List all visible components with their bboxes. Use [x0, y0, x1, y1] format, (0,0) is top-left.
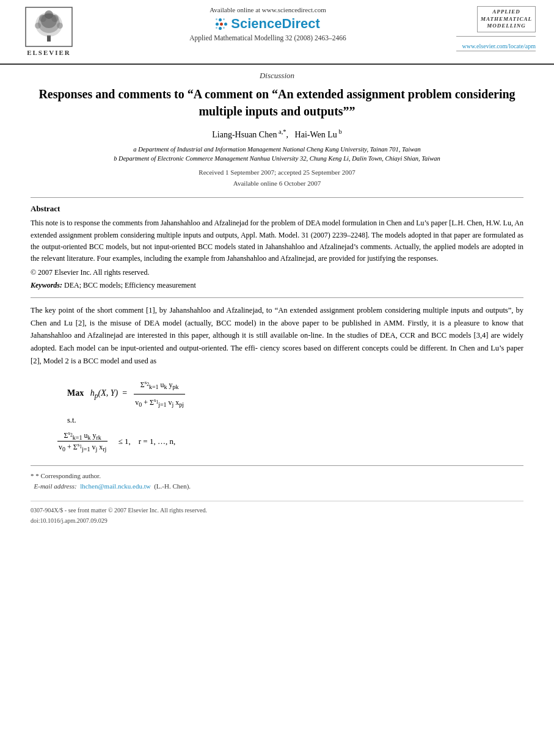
- footnote-star-text: * Corresponding author.: [35, 472, 101, 479]
- body-divider: [31, 297, 523, 298]
- elsevier-label: ELSEVIER: [27, 49, 71, 56]
- sciencedirect-logo: ScienceDirect: [86, 16, 450, 32]
- footer-line-2: doi:10.1016/j.apm.2007.09.029: [31, 515, 523, 526]
- footnote-email-line: E-mail address: lhchen@mail.ncku.edu.tw …: [31, 481, 523, 492]
- keywords-label: Keywords:: [31, 281, 62, 289]
- abstract-title: Abstract: [31, 204, 523, 214]
- email-label: E-mail address:: [34, 482, 77, 490]
- sd-dots-icon: [216, 18, 227, 30]
- author-b-name: Hai-Wen Lu: [295, 130, 337, 139]
- svg-point-6: [57, 23, 63, 29]
- math-constraint-1: Σs2k=1 uk yrk v0 + Σs1j=1 vj xrj ≤ 1, r …: [55, 430, 523, 453]
- elsevier-url: www.elsevier.com/locate/apm: [456, 43, 536, 49]
- keywords-text: DEA; BCC models; Efficiency measurement: [64, 281, 196, 289]
- affiliations: a Department of Industrial and Informati…: [31, 145, 523, 164]
- author-a-sup: a,*: [277, 128, 286, 135]
- constraint-denominator: v0 + Σs1j=1 vj xrj: [57, 442, 108, 453]
- constraint-fraction: Σs2k=1 uk yrk v0 + Σs1j=1 vj xrj: [57, 430, 108, 453]
- available-online-text: Available online at www.sciencedirect.co…: [86, 6, 450, 13]
- journal-logo-text: APPLIED MATHEMATICAL MODELLING: [477, 6, 536, 32]
- footer-line-1: 0307-904X/$ - see front matter © 2007 El…: [31, 505, 523, 515]
- footnote-section: * * Corresponding author. E-mail address…: [31, 465, 523, 492]
- fraction-numerator: Σs2k=1 uk ypk: [139, 377, 180, 393]
- hp-label: hp(X, Y): [90, 388, 118, 398]
- author-a-name: Liang-Hsuan Chen: [212, 130, 277, 139]
- author-b-sup: b: [337, 128, 342, 135]
- footnote-star: * * Corresponding author.: [31, 471, 523, 482]
- page: ELSEVIER Available online at www.science…: [0, 0, 554, 756]
- math-equation-1: Max hp(X, Y) = Σs2k=1 uk ypk v0 + Σs1j=1…: [67, 377, 523, 411]
- journal-name: Applied Mathematical Modelling 32 (2008)…: [86, 34, 450, 42]
- header: ELSEVIER Available online at www.science…: [0, 0, 554, 65]
- max-label: Max: [67, 388, 84, 398]
- body-paragraph-1: The key point of the short comment [1], …: [31, 304, 523, 367]
- email-suffix: (L.-H. Chen).: [154, 482, 191, 490]
- svg-point-9: [45, 10, 53, 19]
- elsevier-logo: ELSEVIER: [18, 6, 79, 56]
- authors-line: Liang-Hsuan Chen a,*, Hai-Wen Lu b: [31, 128, 523, 140]
- email-address: lhchen@mail.ncku.edu.tw: [80, 482, 151, 490]
- footnote-asterisk: *: [31, 472, 35, 479]
- math-st-label: s.t.: [67, 416, 523, 425]
- footer-info: 0307-904X/$ - see front matter © 2007 El…: [31, 501, 523, 526]
- received-date: Received 1 September 2007; accepted 25 S…: [31, 167, 523, 178]
- sciencedirect-name: ScienceDirect: [231, 16, 320, 32]
- math-fraction-1: Σs2k=1 uk ypk v0 + Σs1j=1 vj xpj: [134, 377, 185, 411]
- main-content: Discussion Responses and comments to “A …: [0, 65, 554, 538]
- abstract-divider: [31, 197, 523, 198]
- section-label: Discussion: [31, 71, 523, 81]
- affiliation-b: b Department of Electronic Commerce Mana…: [31, 154, 523, 164]
- available-date: Available online 6 October 2007: [31, 178, 523, 189]
- dates: Received 1 September 2007; accepted 25 S…: [31, 167, 523, 189]
- keywords-line: Keywords: DEA; BCC models; Efficiency me…: [31, 281, 523, 290]
- affiliation-a: a Department of Industrial and Informati…: [31, 145, 523, 154]
- elsevier-tree-icon: [24, 6, 73, 48]
- leq-symbol: ≤ 1, r = 1, …, n,: [116, 437, 175, 446]
- header-center: Available online at www.sciencedirect.co…: [79, 6, 456, 42]
- abstract-text: This note is to response the comments fr…: [31, 217, 523, 264]
- fraction-denominator: v0 + Σs1j=1 vj xpj: [134, 394, 185, 411]
- copyright-text: © 2007 Elsevier Inc. All rights reserved…: [31, 268, 523, 277]
- abstract-section: Abstract This note is to response the co…: [31, 204, 523, 290]
- svg-point-5: [35, 23, 41, 29]
- paper-title: Responses and comments to “A comment on …: [31, 85, 523, 120]
- constraint-numerator: Σs2k=1 uk yrk: [63, 430, 103, 441]
- header-right: APPLIED MATHEMATICAL MODELLING www.elsev…: [456, 6, 536, 51]
